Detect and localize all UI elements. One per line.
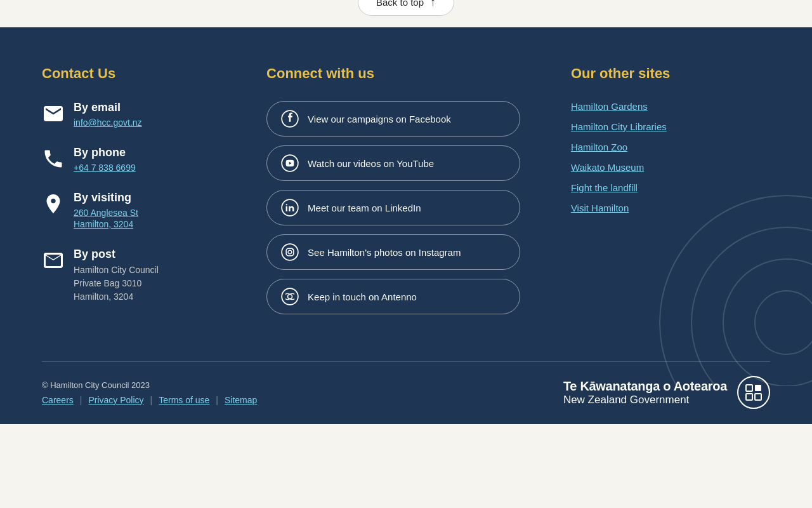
back-to-top-label: Back to top	[376, 0, 424, 8]
footer-bottom: © Hamilton City Council 2023 Careers | P…	[42, 361, 770, 424]
privacy-link[interactable]: Privacy Policy	[88, 395, 143, 405]
list-item: Hamilton Gardens	[571, 101, 770, 112]
sitemap-link[interactable]: Sitemap	[225, 395, 257, 405]
contact-visit-link[interactable]: 260 Anglesea StHamilton, 3204	[74, 208, 138, 229]
svg-point-11	[282, 288, 298, 305]
svg-rect-16	[746, 394, 752, 400]
building-icon	[42, 192, 65, 215]
svg-point-7	[282, 244, 298, 260]
contact-post-label: By post	[74, 248, 159, 261]
nz-gov-line1: Te Kāwanatanga o Aotearoa	[563, 379, 727, 394]
antenno-button[interactable]: Keep in touch on Antenno	[266, 279, 520, 314]
nz-gov-line2: New Zealand Government	[563, 394, 727, 406]
contact-phone-label: By phone	[74, 146, 136, 159]
email-icon	[42, 102, 65, 125]
other-sites-list: Hamilton Gardens Hamilton City Libraries…	[571, 101, 770, 214]
svg-point-9	[288, 250, 292, 254]
footer-right: Te Kāwanatanga o Aotearoa New Zealand Go…	[563, 376, 770, 409]
hamilton-libraries-link[interactable]: Hamilton City Libraries	[571, 121, 667, 132]
connect-section: Connect with us View our campaigns on Fa…	[266, 65, 546, 323]
instagram-label: See Hamilton's photos on Instagram	[308, 247, 461, 258]
list-item: Waikato Museum	[571, 162, 770, 173]
list-item: Visit Hamilton	[571, 203, 770, 214]
link-separator: |	[216, 395, 218, 405]
footer-main: Contact Us By email info@hcc.govt.nz	[42, 65, 770, 361]
contact-visit-item: By visiting 260 Anglesea StHamilton, 320…	[42, 191, 241, 230]
list-item: Fight the landfill	[571, 182, 770, 194]
contact-email-content: By email info@hcc.govt.nz	[74, 101, 142, 128]
contact-phone-link[interactable]: +64 7 838 6699	[74, 163, 136, 173]
svg-point-10	[292, 249, 293, 250]
waikato-museum-link[interactable]: Waikato Museum	[571, 162, 644, 173]
top-bar: Back to top ↑	[0, 0, 812, 27]
contact-post-address: Hamilton City CouncilPrivate Bag 3010Ham…	[74, 264, 159, 304]
svg-point-12	[288, 295, 292, 299]
connect-title: Connect with us	[266, 65, 546, 82]
contact-visit-content: By visiting 260 Anglesea StHamilton, 320…	[74, 191, 138, 230]
terms-link[interactable]: Terms of use	[159, 395, 209, 405]
hamilton-zoo-link[interactable]: Hamilton Zoo	[571, 142, 627, 152]
footer-links: Careers | Privacy Policy | Terms of use …	[42, 395, 257, 405]
youtube-icon	[281, 154, 299, 172]
phone-icon	[42, 147, 65, 170]
svg-rect-15	[755, 385, 761, 391]
link-separator: |	[80, 395, 82, 405]
contact-title: Contact Us	[42, 65, 241, 82]
contact-visit-label: By visiting	[74, 191, 138, 204]
svg-rect-17	[755, 394, 761, 400]
post-icon	[42, 249, 65, 272]
contact-section: Contact Us By email info@hcc.govt.nz	[42, 65, 241, 323]
nz-gov-icon	[737, 376, 770, 409]
svg-point-5	[282, 155, 298, 171]
nz-gov-logo: Te Kāwanatanga o Aotearoa New Zealand Go…	[563, 379, 727, 406]
visit-hamilton-link[interactable]: Visit Hamilton	[571, 203, 629, 213]
svg-rect-14	[746, 385, 752, 391]
facebook-label: View our campaigns on Facebook	[308, 114, 451, 124]
link-separator: |	[150, 395, 153, 405]
contact-post-item: By post Hamilton City CouncilPrivate Bag…	[42, 248, 241, 304]
youtube-button[interactable]: Watch our videos on YouTube	[266, 145, 520, 181]
copyright: © Hamilton City Council 2023	[42, 380, 257, 390]
linkedin-button[interactable]: Meet our team on LinkedIn	[266, 190, 520, 225]
contact-email-link[interactable]: info@hcc.govt.nz	[74, 117, 142, 128]
antenno-icon	[281, 288, 299, 305]
instagram-icon	[281, 243, 299, 261]
careers-link[interactable]: Careers	[42, 395, 74, 405]
facebook-button[interactable]: View our campaigns on Facebook	[266, 101, 520, 137]
footer: Contact Us By email info@hcc.govt.nz	[0, 27, 812, 424]
back-to-top-button[interactable]: Back to top ↑	[358, 0, 454, 16]
list-item: Hamilton Zoo	[571, 142, 770, 153]
contact-phone-item: By phone +64 7 838 6699	[42, 146, 241, 173]
instagram-button[interactable]: See Hamilton's photos on Instagram	[266, 234, 520, 270]
other-sites-title: Our other sites	[571, 65, 770, 82]
linkedin-icon	[281, 199, 299, 217]
list-item: Hamilton City Libraries	[571, 121, 770, 133]
up-arrow-icon: ↑	[430, 0, 436, 9]
fight-landfill-link[interactable]: Fight the landfill	[571, 182, 638, 193]
linkedin-label: Meet our team on LinkedIn	[308, 203, 421, 213]
contact-phone-content: By phone +64 7 838 6699	[74, 146, 136, 173]
contact-email-item: By email info@hcc.govt.nz	[42, 101, 241, 128]
antenno-label: Keep in touch on Antenno	[308, 291, 417, 302]
facebook-icon	[281, 110, 299, 128]
footer-left: © Hamilton City Council 2023 Careers | P…	[42, 380, 257, 405]
other-sites-section: Our other sites Hamilton Gardens Hamilto…	[571, 65, 770, 323]
hamilton-gardens-link[interactable]: Hamilton Gardens	[571, 101, 648, 112]
svg-point-13	[738, 377, 769, 408]
youtube-label: Watch our videos on YouTube	[308, 158, 434, 169]
contact-post-content: By post Hamilton City CouncilPrivate Bag…	[74, 248, 159, 304]
contact-email-label: By email	[74, 101, 142, 114]
